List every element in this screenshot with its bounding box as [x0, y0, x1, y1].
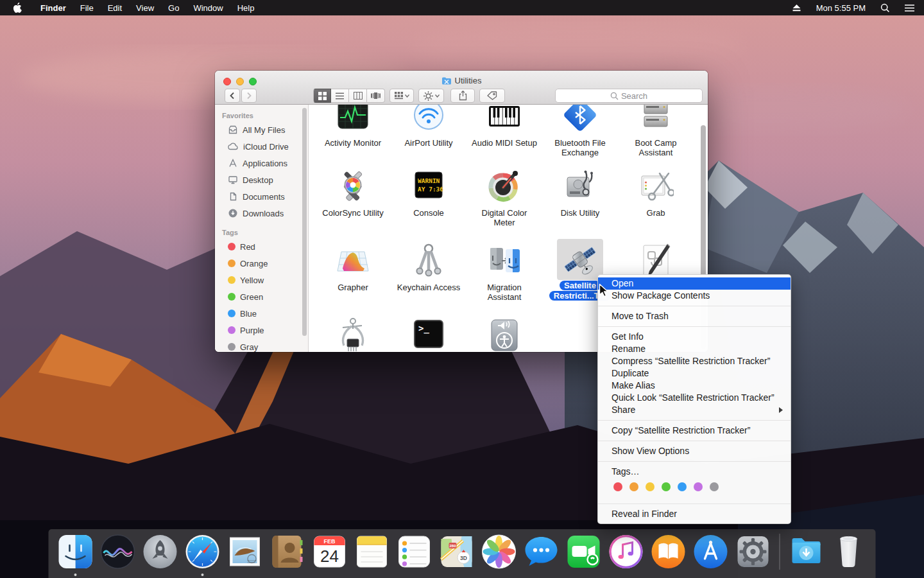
search-placeholder: Search — [621, 91, 647, 101]
icon-view-button[interactable] — [313, 89, 331, 103]
sidebar-item-applications[interactable]: Applications — [215, 155, 308, 171]
sidebar-tag-blue[interactable]: Blue — [215, 305, 308, 322]
menu-view[interactable]: View — [129, 3, 161, 13]
sidebar-tag-red[interactable]: Red — [215, 238, 308, 255]
dock-reminders[interactable] — [395, 532, 434, 571]
script-editor-icon — [638, 243, 674, 279]
dock-messages[interactable] — [522, 532, 561, 571]
dock-system-preferences[interactable] — [734, 532, 773, 571]
notification-center-button[interactable] — [897, 4, 924, 12]
file-audio-midi-setup[interactable]: Audio MIDI Setup — [468, 105, 540, 148]
menu-tag-gray[interactable] — [710, 482, 719, 491]
search-icon — [610, 92, 619, 100]
sidebar-scrollbar[interactable] — [302, 108, 307, 336]
dock-safari[interactable] — [184, 532, 222, 571]
menu-item-move-to-trash[interactable]: Move to Trash — [598, 310, 791, 322]
menu-file[interactable]: File — [73, 3, 101, 13]
file-grapher[interactable]: Grapher — [317, 243, 389, 292]
file-activity-monitor[interactable]: Activity Monitor — [317, 105, 389, 148]
action-button[interactable] — [418, 89, 444, 103]
file-boot-camp-assistant[interactable]: Boot CampAssistant — [620, 105, 692, 157]
menu-tag-blue[interactable] — [678, 482, 687, 491]
menubar-clock[interactable]: Mon 5:55 PM — [809, 3, 873, 13]
list-view-button[interactable] — [331, 89, 349, 103]
search-input[interactable]: Search — [555, 89, 703, 103]
menu-item-share[interactable]: Share — [598, 404, 791, 416]
dock-app-store[interactable] — [692, 532, 730, 571]
sidebar-item-icloud-drive[interactable]: iCloud Drive — [215, 138, 308, 155]
dock-photos[interactable] — [480, 532, 518, 571]
menu-bar: Finder File Edit View Go Window Help Mon… — [0, 0, 924, 15]
dock-notes[interactable] — [353, 532, 391, 571]
forward-button[interactable] — [241, 89, 257, 103]
coverflow-view-button[interactable] — [367, 89, 385, 103]
tag-button[interactable] — [479, 89, 505, 103]
dock-itunes[interactable] — [607, 532, 646, 571]
share-button[interactable] — [450, 89, 475, 103]
dock-contacts[interactable] — [268, 532, 307, 571]
eject-button[interactable] — [785, 3, 809, 12]
dock-downloads[interactable] — [787, 532, 826, 571]
back-button[interactable] — [225, 89, 240, 103]
menu-tag-red[interactable] — [613, 482, 622, 491]
file-migration-assistant[interactable]: MigrationAssistant — [468, 243, 540, 302]
menu-help[interactable]: Help — [230, 3, 262, 13]
file-keychain-access[interactable]: Keychain Access — [393, 243, 465, 292]
menu-item-tags[interactable]: Tags… — [598, 466, 791, 478]
sidebar-tag-green[interactable]: Green — [215, 288, 308, 305]
sidebar: Favorites All My Files iCloud Drive App — [215, 105, 309, 352]
dock-trash[interactable] — [830, 532, 868, 571]
menu-item-show-package-contents[interactable]: Show Package Contents — [598, 290, 791, 302]
sidebar-item-desktop[interactable]: Desktop — [215, 171, 308, 188]
menu-window[interactable]: Window — [186, 3, 230, 13]
dock-calendar[interactable]: FEB 24 — [311, 532, 349, 571]
menu-tag-purple[interactable] — [694, 482, 703, 491]
file-grab[interactable]: Grab — [620, 168, 692, 218]
file-colorsync-utility[interactable]: ColorSync Utility — [317, 168, 389, 218]
menu-item-open[interactable]: Open — [598, 277, 791, 290]
file-system-information[interactable] — [317, 317, 389, 352]
sidebar-tag-gray[interactable]: Gray — [215, 338, 308, 352]
menu-tag-yellow[interactable] — [646, 482, 654, 491]
column-view-button[interactable] — [349, 89, 367, 103]
dock-facetime[interactable] — [565, 532, 603, 571]
dock-mail[interactable] — [226, 532, 264, 571]
file-script-editor[interactable] — [620, 243, 692, 279]
sidebar-item-documents[interactable]: Documents — [215, 188, 308, 205]
spotlight-button[interactable] — [873, 3, 897, 13]
menu-go[interactable]: Go — [161, 3, 186, 13]
sidebar-tag-yellow[interactable]: Yellow — [215, 272, 308, 288]
file-console[interactable]: WARNIN AY 7:36 Console — [393, 168, 465, 218]
sidebar-tag-orange[interactable]: Orange — [215, 255, 308, 272]
dock-siri[interactable] — [99, 532, 137, 571]
arrange-button[interactable] — [389, 89, 414, 103]
menu-item-show-view-options[interactable]: Show View Options — [598, 445, 791, 457]
menu-item-reveal-in-finder[interactable]: Reveal in Finder — [598, 508, 791, 520]
file-airport-utility[interactable]: AirPort Utility — [393, 105, 465, 148]
apple-menu[interactable] — [0, 3, 33, 13]
dock-maps[interactable]: 280 3D — [438, 532, 476, 571]
menu-item-rename[interactable]: Rename — [598, 343, 791, 355]
menu-tag-orange[interactable] — [629, 482, 638, 491]
sidebar-item-all-my-files[interactable]: All My Files — [215, 121, 308, 138]
file-voiceover-utility[interactable] — [468, 317, 540, 352]
menu-item-make-alias[interactable]: Make Alias — [598, 380, 791, 392]
dock-ibooks[interactable] — [649, 532, 688, 571]
sidebar-item-downloads[interactable]: Downloads — [215, 205, 308, 222]
menu-item-compress[interactable]: Compress “Satellite Restriction Tracker” — [598, 355, 791, 367]
file-bluetooth-file-exchange[interactable]: Bluetooth FileExchange — [544, 105, 616, 157]
file-digital-color-meter[interactable]: Digital ColorMeter — [468, 168, 540, 227]
menu-item-duplicate[interactable]: Duplicate — [598, 367, 791, 380]
menu-item-get-info[interactable]: Get Info — [598, 331, 791, 343]
dock-finder[interactable] — [56, 532, 95, 571]
sidebar-tag-purple[interactable]: Purple — [215, 322, 308, 338]
window-titlebar[interactable]: Utilities — [215, 71, 708, 105]
menu-tag-green[interactable] — [662, 482, 671, 491]
file-terminal[interactable]: >_ — [393, 317, 465, 352]
menu-edit[interactable]: Edit — [101, 3, 129, 13]
menu-item-quick-look[interactable]: Quick Look “Satellite Restriction Tracke… — [598, 392, 791, 404]
dock-launchpad[interactable] — [141, 532, 180, 571]
file-disk-utility[interactable]: Disk Utility — [544, 168, 616, 218]
menu-item-copy[interactable]: Copy “Satellite Restriction Tracker” — [598, 425, 791, 437]
menubar-app-name[interactable]: Finder — [33, 3, 73, 13]
